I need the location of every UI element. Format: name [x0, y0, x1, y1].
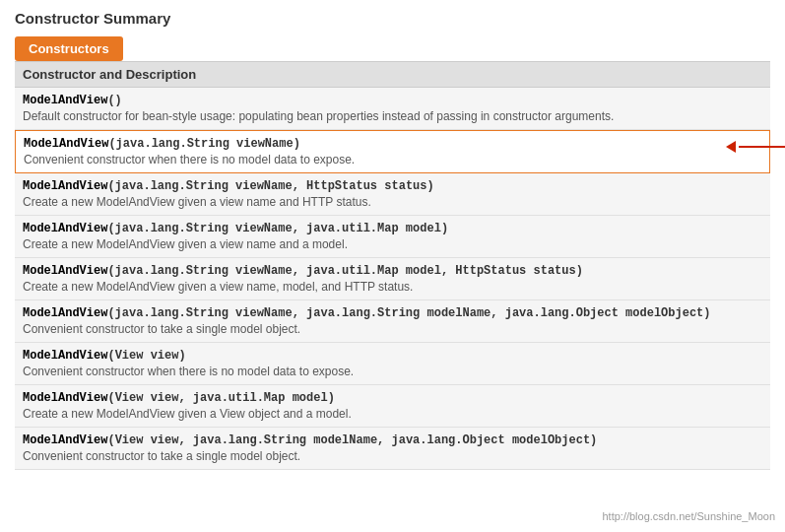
constructor-signature: ModelAndView(View view): [23, 349, 762, 363]
constructor-row[interactable]: ModelAndView(java.lang.String viewName, …: [15, 216, 770, 258]
constructor-row[interactable]: ModelAndView(java.lang.String viewName, …: [15, 300, 770, 343]
constructor-description: Create a new ModelAndView given a view n…: [23, 237, 762, 251]
constructor-description: Convenient constructor when there is no …: [23, 365, 762, 378]
arrow-head-icon: [726, 141, 736, 153]
constructor-description: Convenient constructor to take a single …: [23, 322, 762, 336]
constructor-row[interactable]: ModelAndView(View view, java.util.Map mo…: [15, 385, 770, 428]
constructor-signature: ModelAndView(View view, java.util.Map mo…: [23, 391, 762, 405]
constructor-description: Create a new ModelAndView given a View o…: [23, 407, 762, 421]
constructor-description: Default constructor for bean-style usage…: [23, 109, 762, 123]
constructors-button[interactable]: Constructors: [15, 36, 123, 61]
constructor-table: ModelAndView()Default constructor for be…: [15, 88, 770, 470]
constructor-row-wrapper: ModelAndView(java.lang.String viewName, …: [15, 300, 770, 343]
table-header: Constructor and Description: [15, 61, 770, 88]
constructor-row-wrapper: ModelAndView(java.lang.String viewName, …: [15, 258, 770, 300]
constructor-row-wrapper: ModelAndView(View view, java.lang.String…: [15, 428, 770, 470]
constructor-signature: ModelAndView(java.lang.String viewName, …: [23, 306, 762, 320]
arrow-line: [739, 146, 785, 148]
constructor-row-wrapper: ModelAndView(View view)Convenient constr…: [15, 343, 770, 385]
constructor-row-wrapper: ModelAndView(java.lang.String viewName, …: [15, 173, 770, 216]
constructor-row-wrapper: ModelAndView(java.lang.String viewName)C…: [15, 130, 770, 173]
constructor-signature: ModelAndView(java.lang.String viewName, …: [23, 179, 762, 193]
constructor-row[interactable]: ModelAndView(java.lang.String viewName, …: [15, 173, 770, 216]
constructor-row[interactable]: ModelAndView()Default constructor for be…: [15, 88, 770, 130]
constructor-row-wrapper: ModelAndView()Default constructor for be…: [15, 88, 770, 130]
constructor-row[interactable]: ModelAndView(java.lang.String viewName)C…: [15, 130, 770, 173]
constructor-row-wrapper: ModelAndView(java.lang.String viewName, …: [15, 216, 770, 258]
constructor-signature: ModelAndView(java.lang.String viewName): [24, 137, 761, 151]
constructor-description: Convenient constructor to take a single …: [23, 449, 762, 463]
constructor-signature: ModelAndView(): [23, 94, 762, 107]
constructor-signature: ModelAndView(View view, java.lang.String…: [23, 433, 762, 447]
section-title: Constructor Summary: [15, 10, 770, 27]
constructor-description: Create a new ModelAndView given a view n…: [23, 195, 762, 209]
constructor-signature: ModelAndView(java.lang.String viewName, …: [23, 264, 762, 278]
constructor-description: Create a new ModelAndView given a view n…: [23, 280, 762, 294]
annotation-arrow-container: 设置视图方法一：构造函数赋值: [726, 138, 785, 156]
constructor-row[interactable]: ModelAndView(View view)Convenient constr…: [15, 343, 770, 385]
constructor-signature: ModelAndView(java.lang.String viewName, …: [23, 222, 762, 235]
constructor-row-wrapper: ModelAndView(View view, java.util.Map mo…: [15, 385, 770, 428]
constructor-row[interactable]: ModelAndView(View view, java.lang.String…: [15, 428, 770, 470]
constructor-row[interactable]: ModelAndView(java.lang.String viewName, …: [15, 258, 770, 300]
constructor-description: Convenient constructor when there is no …: [24, 153, 761, 166]
